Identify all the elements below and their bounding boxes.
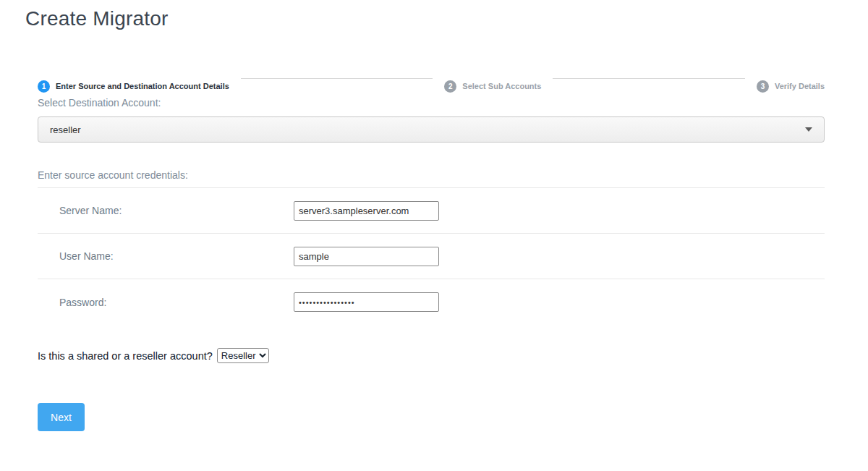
server-name-row: Server Name: [38,188,825,234]
destination-account-label: Select Destination Account: [38,97,825,109]
step-connector [241,78,433,79]
user-name-label: User Name: [38,250,294,262]
account-type-row: Is this a shared or a reseller account? … [38,348,825,363]
step-1-badge: 1 [38,80,50,93]
password-input[interactable] [294,292,439,312]
step-1-label: Enter Source and Destination Account Det… [56,82,229,90]
next-button[interactable]: Next [38,403,85,431]
caret-down-icon [805,127,812,132]
destination-account-dropdown[interactable]: reseller [38,116,825,143]
source-credentials-section-label: Enter source account credentials: [38,169,825,181]
server-name-input[interactable] [294,201,439,221]
step-2-badge: 2 [444,80,456,93]
page-title: Create Migrator [25,7,868,30]
password-row: Password: [38,279,825,325]
step-3-badge: 3 [757,80,769,93]
account-type-select[interactable]: Reseller [217,348,269,363]
step-2-select-sub-accounts: 2 Select Sub Accounts [444,80,541,93]
password-label: Password: [38,297,294,308]
step-2-label: Select Sub Accounts [462,82,541,90]
user-name-input[interactable] [294,247,439,266]
server-name-label: Server Name: [38,205,294,216]
account-type-question: Is this a shared or a reseller account? [38,350,213,362]
credentials-form: Server Name: User Name: Password: [38,187,825,325]
step-3-verify-details: 3 Verify Details [757,80,825,93]
main-content: 1 Enter Source and Destination Account D… [38,80,825,431]
step-wizard: 1 Enter Source and Destination Account D… [38,80,825,92]
step-1-enter-details: 1 Enter Source and Destination Account D… [38,80,229,93]
step-connector [553,78,745,79]
destination-account-selected-value: reseller [50,124,81,135]
step-3-label: Verify Details [775,82,825,90]
user-name-row: User Name: [38,234,825,279]
